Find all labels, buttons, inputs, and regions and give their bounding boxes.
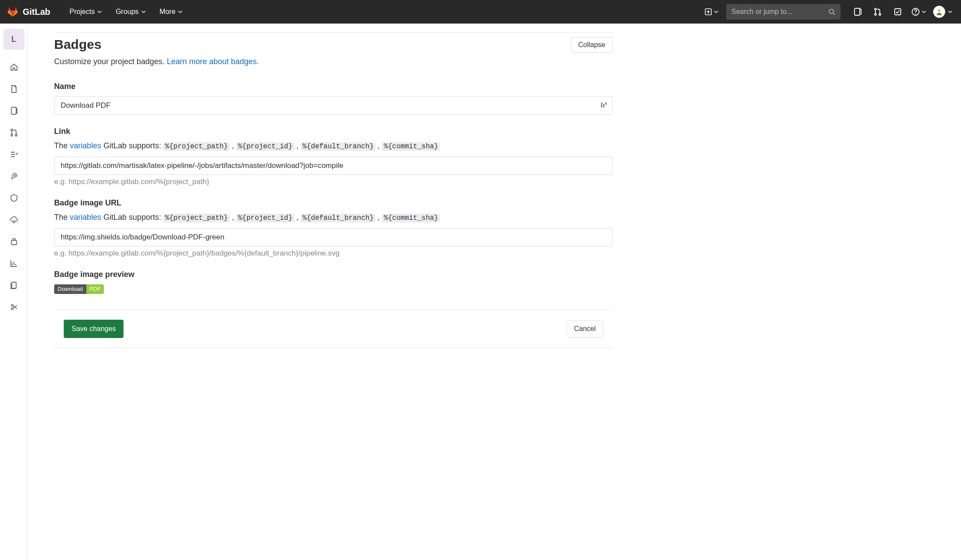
nav-groups[interactable]: Groups [110, 4, 151, 19]
name-input[interactable] [54, 96, 613, 115]
topbar: GitLab Projects Groups More [0, 0, 961, 24]
save-button[interactable]: Save changes [64, 320, 124, 338]
issue-icon [853, 7, 862, 16]
sidebar-wiki[interactable] [4, 276, 24, 295]
svg-point-11 [11, 129, 13, 131]
sidebar-cicd[interactable] [4, 167, 24, 186]
top-icons [849, 3, 954, 20]
form-actions: Save changes Cancel [54, 310, 613, 348]
sidebar: L [0, 24, 28, 560]
main-content: Badges Collapse Customize your project b… [28, 24, 639, 560]
image-url-input[interactable] [54, 228, 613, 246]
svg-point-1 [829, 9, 834, 14]
merge-requests-shortcut[interactable] [869, 3, 886, 20]
book-icon [10, 281, 18, 290]
svg-rect-17 [12, 282, 16, 288]
var-default-branch: %{default_branch} [301, 214, 375, 222]
package-icon [10, 237, 18, 246]
nav-groups-label: Groups [116, 8, 138, 16]
help-dropdown[interactable] [910, 3, 928, 20]
section-desc-prefix: Customize your project badges. [54, 57, 167, 66]
file-icon [10, 85, 18, 93]
search-input[interactable] [731, 8, 825, 16]
collapse-button[interactable]: Collapse [571, 37, 613, 53]
brand[interactable]: GitLab [7, 6, 50, 17]
svg-rect-10 [11, 107, 16, 114]
link-label: Link [54, 127, 613, 136]
todo-icon [893, 7, 902, 16]
sidebar-analytics[interactable] [4, 254, 24, 273]
home-icon [10, 63, 18, 72]
var-default-branch: %{default_branch} [301, 142, 375, 151]
search-icon [828, 8, 835, 15]
svg-point-15 [13, 221, 14, 223]
chevron-down-icon [948, 10, 952, 14]
chevron-down-icon [141, 10, 146, 14]
nav-more[interactable]: More [154, 4, 189, 19]
svg-rect-16 [11, 240, 17, 245]
variables-link-2[interactable]: variables [70, 213, 101, 222]
svg-rect-20 [601, 102, 602, 108]
avatar [933, 6, 945, 18]
nav-projects[interactable]: Projects [63, 4, 108, 19]
learn-more-link[interactable]: Learn more about badges. [167, 57, 259, 66]
section-description: Customize your project badges. Learn mor… [54, 57, 613, 66]
chevron-down-icon [714, 10, 718, 14]
svg-point-14 [14, 175, 15, 176]
var-commit-sha: %{commit_sha} [382, 214, 440, 222]
search-box[interactable] [726, 4, 841, 20]
svg-point-5 [879, 14, 881, 15]
top-nav: Projects Groups More [63, 4, 189, 19]
svg-rect-21 [603, 104, 604, 108]
svg-point-3 [875, 8, 876, 10]
chart-icon [10, 259, 18, 268]
gitlab-logo-icon [7, 6, 18, 17]
link-variables-hint: The variables GitLab supports: %{project… [54, 141, 613, 150]
user-menu[interactable] [931, 3, 954, 20]
svg-point-9 [938, 9, 940, 12]
svg-point-4 [875, 14, 876, 15]
svg-point-13 [15, 134, 17, 136]
scissors-icon [10, 303, 18, 311]
badge-preview: Download PDF [54, 284, 104, 294]
user-avatar-icon [935, 7, 944, 16]
svg-rect-6 [895, 9, 901, 15]
var-project-id: %{project_id} [236, 214, 294, 222]
plus-square-icon [704, 8, 712, 16]
sidebar-merge-requests[interactable] [4, 123, 24, 142]
sidebar-security[interactable] [4, 188, 24, 208]
sidebar-home[interactable] [4, 58, 24, 77]
svg-point-19 [11, 308, 13, 310]
project-avatar[interactable]: L [3, 29, 24, 50]
image-url-label: Badge image URL [54, 198, 613, 208]
svg-point-8 [915, 14, 916, 14]
cancel-button[interactable]: Cancel [566, 320, 603, 338]
shield-icon [10, 194, 18, 202]
sidebar-operations[interactable] [4, 210, 24, 229]
sidebar-snippets[interactable] [4, 297, 24, 317]
badge-preview-right: PDF [86, 284, 104, 294]
issues-shortcut[interactable] [849, 3, 866, 20]
chevron-down-icon [97, 10, 102, 14]
sidebar-issues[interactable] [4, 101, 24, 120]
input-suffix-icon [601, 102, 607, 110]
var-project-path: %{project_path} [163, 214, 230, 222]
divider [54, 32, 613, 33]
sidebar-cicd-requirements[interactable] [4, 145, 24, 164]
sidebar-packages[interactable] [4, 232, 24, 251]
merge-request-icon [873, 7, 882, 16]
issue-sidebar-icon [10, 106, 18, 115]
var-commit-sha: %{commit_sha} [382, 142, 440, 151]
name-label: Name [54, 82, 613, 91]
sidebar-repository[interactable] [4, 79, 24, 99]
chevron-down-icon [922, 10, 926, 14]
cloud-gear-icon [10, 215, 18, 224]
var-project-path: %{project_path} [163, 142, 230, 151]
section-title: Badges [54, 37, 101, 52]
variables-link[interactable]: variables [70, 141, 101, 150]
brand-text: GitLab [23, 7, 50, 17]
todos-shortcut[interactable] [889, 3, 906, 20]
svg-rect-22 [605, 102, 607, 105]
link-input[interactable] [54, 157, 613, 175]
new-dropdown[interactable] [702, 3, 721, 20]
